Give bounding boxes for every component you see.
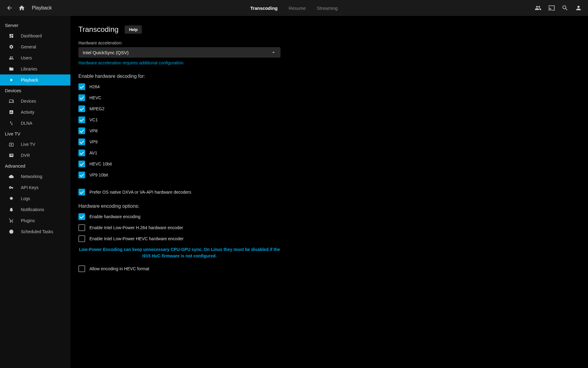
folder-icon (9, 66, 14, 71)
decode-vc1-label: VC1 (89, 117, 98, 122)
decode-hevc-row[interactable]: HEVC (78, 94, 281, 101)
sidebar-item-general[interactable]: General (0, 41, 70, 52)
decode-mpeg2-row[interactable]: MPEG2 (78, 105, 281, 112)
allow-hevc-checkbox[interactable] (78, 265, 85, 272)
decode-h264-checkbox[interactable] (78, 83, 85, 90)
sidebar-item-label: Activity (21, 110, 34, 115)
decode-vp8-row[interactable]: VP8 (78, 127, 281, 134)
sidebar-item-activity[interactable]: Activity (0, 107, 70, 118)
encode-enable-intel-low-power-hevc-ha-checkbox[interactable] (78, 235, 85, 242)
encode-enable-intel-low-power-h.264-h-row[interactable]: Enable Intel Low-Power H.264 hardware en… (78, 224, 281, 231)
lowpower-note: Low-Power Encoding can keep unnecessary … (78, 246, 281, 259)
sidebar-item-label: Devices (21, 99, 36, 104)
sidebar-item-api-keys[interactable]: API Keys (0, 182, 70, 193)
plugins-icon (9, 218, 14, 223)
encode-enable-hardware-encoding-row[interactable]: Enable hardware encoding (78, 213, 281, 220)
decode-vp9-checkbox[interactable] (78, 138, 85, 145)
group-icon (535, 5, 541, 11)
bell-icon (9, 207, 14, 212)
sidebar-item-label: Playback (21, 78, 38, 82)
sidebar-section-title: Advanced (0, 161, 70, 171)
main-content: Transcoding Help Hardware acceleration: … (70, 16, 588, 368)
decode-av1-row[interactable]: AV1 (78, 150, 281, 156)
activity-icon (9, 110, 14, 115)
decode-vp8-label: VP8 (89, 128, 97, 133)
decode-vc1-checkbox[interactable] (78, 116, 85, 123)
sidebar-item-logs[interactable]: Logs (0, 193, 70, 204)
back-button[interactable] (6, 5, 13, 11)
sidebar-item-networking[interactable]: Networking (0, 171, 70, 182)
encode-enable-intel-low-power-h.264-h-label: Enable Intel Low-Power H.264 hardware en… (89, 225, 183, 230)
decode-h264-row[interactable]: H264 (78, 83, 281, 90)
sidebar-item-label: API Keys (21, 185, 39, 190)
search-button[interactable] (562, 5, 568, 11)
help-button[interactable]: Help (125, 25, 142, 34)
decode-hevc-10bit-checkbox[interactable] (78, 161, 85, 167)
prefer-native-row[interactable]: Prefer OS native DXVA or VA-API hardware… (78, 189, 281, 195)
allow-hevc-row[interactable]: Allow encoding in HEVC format (78, 265, 281, 272)
sidebar-item-dlna[interactable]: DLNA (0, 118, 70, 129)
cloud-icon (9, 174, 14, 179)
livetv-icon (9, 142, 14, 147)
encode-enable-intel-low-power-hevc-ha-label: Enable Intel Low-Power HEVC hardware enc… (89, 236, 183, 241)
header-right (535, 5, 582, 11)
key-icon (9, 185, 14, 190)
hw-accel-hint-link[interactable]: Hardware acceleration requires additiona… (78, 60, 184, 65)
tab-resume[interactable]: Resume (288, 6, 306, 11)
search-icon (562, 5, 568, 11)
cast-icon (548, 5, 555, 11)
cast-button[interactable] (548, 5, 555, 11)
prefer-native-checkbox[interactable] (78, 189, 85, 195)
decode-hevc-checkbox[interactable] (78, 94, 85, 101)
decode-mpeg2-checkbox[interactable] (78, 105, 85, 112)
sidebar-section-title: Server (0, 20, 70, 30)
sidebar-item-scheduled-tasks[interactable]: Scheduled Tasks (0, 226, 70, 237)
user-button[interactable] (575, 5, 582, 11)
chevron-down-icon (271, 50, 276, 55)
arrow-back-icon (6, 5, 13, 11)
tab-streaming[interactable]: Streaming (317, 6, 337, 11)
encode-enable-intel-low-power-h.264-h-checkbox[interactable] (78, 224, 85, 231)
sidebar-item-label: Plugins (21, 218, 35, 223)
decode-vc1-row[interactable]: VC1 (78, 116, 281, 123)
sidebar-item-live-tv[interactable]: Live TV (0, 139, 70, 150)
encode-enable-hardware-encoding-checkbox[interactable] (78, 213, 85, 220)
decode-vp9-row[interactable]: VP9 (78, 138, 281, 145)
sidebar-item-users[interactable]: Users (0, 52, 70, 63)
home-icon (18, 5, 25, 11)
sidebar-item-devices[interactable]: Devices (0, 96, 70, 107)
sidebar-item-label: Live TV (21, 142, 35, 147)
app-header: Playback Transcoding Resume Streaming (0, 0, 588, 16)
decode-av1-checkbox[interactable] (78, 150, 85, 156)
hw-accel-select[interactable]: Intel QuickSync (QSV) (78, 47, 281, 58)
sidebar-item-libraries[interactable]: Libraries (0, 63, 70, 74)
decode-hevc-10bit-label: HEVC 10bit (89, 161, 112, 166)
home-button[interactable] (18, 5, 25, 11)
decode-hevc-10bit-row[interactable]: HEVC 10bit (78, 161, 281, 167)
sidebar-item-playback[interactable]: Playback (0, 74, 70, 85)
header-title: Playback (32, 5, 52, 11)
sidebar-item-label: Dashboard (21, 33, 42, 38)
sidebar-section-title: Live TV (0, 129, 70, 139)
sidebar-item-dashboard[interactable]: Dashboard (0, 30, 70, 41)
encode-enable-hardware-encoding-label: Enable hardware encoding (89, 214, 141, 219)
decode-vp9-10bit-checkbox[interactable] (78, 172, 85, 178)
decode-hevc-label: HEVC (89, 95, 101, 100)
person-icon (575, 5, 582, 11)
hw-accel-label: Hardware acceleration: (78, 40, 281, 45)
sidebar-item-label: Networking (21, 174, 42, 179)
decode-vp9-10bit-row[interactable]: VP9 10bit (78, 172, 281, 178)
decode-av1-label: AV1 (89, 150, 97, 155)
sidebar-item-label: Logs (21, 196, 30, 201)
sidebar-item-dvr[interactable]: DVR (0, 150, 70, 161)
settings-icon (9, 44, 14, 49)
sidebar-item-notifications[interactable]: Notifications (0, 204, 70, 215)
tab-transcoding[interactable]: Transcoding (250, 6, 277, 11)
group-button[interactable] (535, 5, 541, 11)
prefer-native-label: Prefer OS native DXVA or VA-API hardware… (89, 190, 191, 195)
dvr-icon (9, 153, 14, 158)
sidebar-item-label: Scheduled Tasks (21, 229, 53, 234)
decode-vp8-checkbox[interactable] (78, 127, 85, 134)
encode-enable-intel-low-power-hevc-ha-row[interactable]: Enable Intel Low-Power HEVC hardware enc… (78, 235, 281, 242)
sidebar-item-plugins[interactable]: Plugins (0, 215, 70, 226)
